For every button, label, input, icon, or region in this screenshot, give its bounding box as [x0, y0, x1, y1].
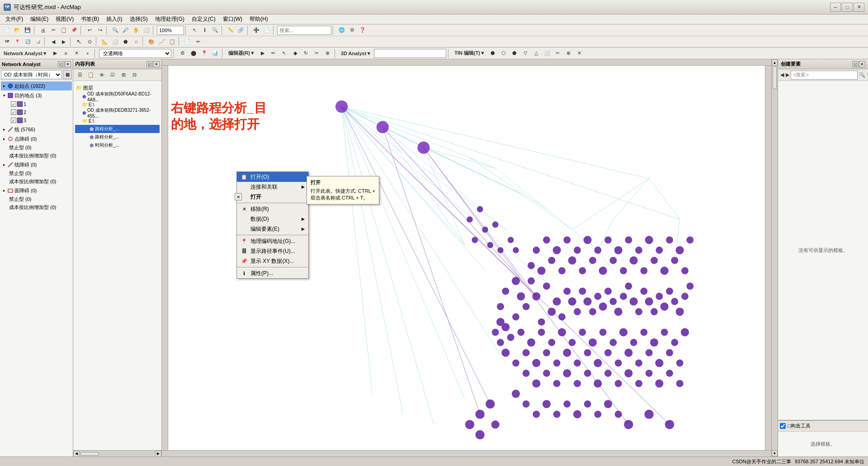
- menu-insert[interactable]: 插入(I): [103, 14, 126, 24]
- tb2-back-button[interactable]: ◀: [48, 37, 58, 47]
- editor-vertex-button[interactable]: ◆: [290, 48, 300, 58]
- ct-selection-btn[interactable]: ☑: [108, 70, 118, 80]
- tb2-poly-button[interactable]: ⬟: [121, 37, 131, 47]
- polb-forbidden[interactable]: 禁止型 (0): [1, 195, 72, 203]
- menu-select[interactable]: 选择(S): [126, 14, 151, 24]
- tree-item-destinations[interactable]: ▾ 目的地点 (3): [1, 91, 72, 100]
- dest-item-3[interactable]: 3: [1, 116, 72, 124]
- na-solve-button[interactable]: ▶: [50, 48, 60, 58]
- tb-undo-button[interactable]: ↩: [85, 25, 94, 35]
- pb-forbidden[interactable]: 禁止型 (0): [1, 143, 72, 152]
- tb2-select2-button[interactable]: ⬜: [110, 37, 120, 47]
- ctx-connect-item[interactable]: 连接和关联 ▶: [237, 182, 308, 192]
- editor-split-button[interactable]: ✂: [312, 48, 322, 58]
- na-impedance-button[interactable]: ⚙: [178, 48, 188, 58]
- tb2-report-button[interactable]: 📄: [183, 37, 193, 47]
- menu-bookmarks[interactable]: 书签(B): [77, 14, 103, 24]
- rp-search-input[interactable]: [791, 71, 858, 80]
- rp-search-btn[interactable]: 🔍: [859, 70, 866, 80]
- tb-copy-button[interactable]: 📋: [59, 25, 69, 35]
- ctx-remove-item[interactable]: ✕ 移除(R): [237, 204, 308, 214]
- ctx-data-item[interactable]: 数据(D) ▶: [237, 214, 308, 224]
- tb-settings-button[interactable]: ⚙: [347, 25, 357, 35]
- scroll-thumb[interactable]: [80, 452, 99, 456]
- rp-float-btn[interactable]: ◱: [852, 61, 859, 67]
- tin-btn1[interactable]: ⬢: [488, 48, 498, 58]
- dest-item-2[interactable]: 2: [1, 108, 72, 116]
- close-tooltip-btn[interactable]: ✕: [235, 193, 242, 200]
- na-closest-button[interactable]: 📍: [199, 48, 209, 58]
- tin-input[interactable]: [374, 49, 446, 58]
- tree-item-origins[interactable]: ▸ 起始点 (1922): [1, 81, 72, 90]
- tree-item-poly-barriers[interactable]: ▸ 面障碍 (0): [1, 186, 72, 195]
- dest2-checkbox[interactable]: [11, 109, 16, 115]
- na-mode-select[interactable]: OD 成本矩阵（时间）: [1, 70, 62, 79]
- tb-find-button[interactable]: 🔍: [210, 25, 220, 35]
- tb-help2-button[interactable]: ❓: [358, 25, 368, 35]
- tb2-arrow-button[interactable]: ↖: [74, 37, 84, 47]
- close-button[interactable]: ✕: [854, 3, 864, 12]
- menu-view[interactable]: 视图(V): [52, 14, 77, 24]
- na-add-button[interactable]: +: [83, 48, 93, 58]
- tb-zoom-full-button[interactable]: ⬜: [142, 25, 151, 35]
- tb2-sketch-button[interactable]: ✏: [193, 37, 203, 47]
- na-clear-button[interactable]: ✕: [72, 48, 82, 58]
- tb-add-data-button[interactable]: ➕: [251, 25, 261, 35]
- tb-zoom-in-button[interactable]: 🔍: [110, 25, 120, 35]
- tb-paste-button[interactable]: 📌: [69, 25, 79, 35]
- editor-pencil-button[interactable]: ✏: [269, 48, 278, 58]
- v-scroll-down-btn[interactable]: ▼: [772, 450, 778, 456]
- v-scroll-up-btn[interactable]: ▲: [772, 59, 778, 66]
- ct-source-btn[interactable]: 📋: [86, 70, 96, 80]
- tb2-forward-button[interactable]: ▶: [59, 37, 69, 47]
- lb-scaled[interactable]: 成本按比例增加型 (0): [1, 177, 72, 185]
- tb-redo-button[interactable]: ↪: [95, 25, 105, 35]
- tb-open-button[interactable]: 📂: [12, 25, 22, 35]
- scroll-right-btn[interactable]: ▶: [155, 451, 161, 457]
- na-service-area-button[interactable]: ⬤: [189, 48, 198, 58]
- tin-btn5[interactable]: △: [531, 48, 541, 58]
- rp-build-tools-checkbox[interactable]: [780, 423, 786, 429]
- ct-route1[interactable]: ⬟ 路程分析_...: [75, 125, 160, 133]
- tb2-btn2[interactable]: 📍: [12, 37, 22, 47]
- lb-forbidden[interactable]: 禁止型 (0): [1, 169, 72, 177]
- tb-hyperlink-button[interactable]: 🔗: [236, 25, 246, 35]
- editor-play-button[interactable]: ▶: [258, 48, 268, 58]
- tb2-lasso-button[interactable]: ○: [131, 37, 141, 47]
- tin-btn9[interactable]: ✕: [575, 48, 585, 58]
- content-panel-header[interactable]: 内容列表 ◱ ✕: [73, 59, 161, 69]
- ctx-geocode-item[interactable]: 📍 地理编码地址(G)...: [237, 236, 308, 246]
- polb-toggle[interactable]: ▸: [2, 188, 6, 193]
- polb-scaled[interactable]: 成本按比例增加型 (0): [1, 203, 72, 211]
- tb-print-button[interactable]: 🖨: [38, 25, 48, 35]
- tb2-btn4[interactable]: 📊: [33, 37, 43, 47]
- tb2-table-button[interactable]: 📋: [167, 37, 177, 47]
- menu-geoprocessing[interactable]: 地理处理(G): [151, 14, 188, 24]
- minimize-button[interactable]: ─: [830, 3, 841, 12]
- rp-back-btn[interactable]: ◀: [780, 70, 784, 80]
- ct-collapse-btn[interactable]: ⊟: [129, 70, 139, 80]
- tb-layout-button[interactable]: 📄: [262, 25, 272, 35]
- na-panel-header[interactable]: Network Analyst ◱ ✕: [0, 59, 73, 69]
- tree-item-line-barriers[interactable]: ▸ 线障碍 (0): [1, 160, 72, 169]
- content-h-scrollbar[interactable]: ◀ ▶: [73, 450, 161, 456]
- ct-route2[interactable]: ⬟ 路程分析_...: [75, 133, 160, 141]
- na-network-dropdown[interactable]: 交通网络: [99, 49, 171, 58]
- ct-od1[interactable]: ⬟ OD 成本矩阵(D50F6AA2-BD12-4A8...: [75, 92, 160, 100]
- create-elements-header[interactable]: 创建要素 ◱ ✕: [778, 59, 868, 69]
- tb-new-button[interactable]: 📄: [2, 25, 12, 35]
- tb-select-button[interactable]: ↖: [189, 25, 199, 35]
- editor-rotate-button[interactable]: ↻: [301, 48, 311, 58]
- tin-btn2[interactable]: ⬡: [499, 48, 509, 58]
- tb-pan-button[interactable]: ✋: [131, 25, 141, 35]
- ctx-open-item[interactable]: 📋 打开(O): [237, 172, 308, 182]
- ctx-properties-item[interactable]: ℹ 属性(P)...: [237, 268, 308, 278]
- tb-measure-button[interactable]: 📏: [226, 25, 236, 35]
- ct-od2[interactable]: ⬟ OD 成本矩阵(DEDB3271-3652-455...: [75, 109, 160, 117]
- menu-help[interactable]: 帮助(H): [246, 14, 272, 24]
- content-panel-close-btn[interactable]: ✕: [153, 61, 160, 67]
- origins-toggle[interactable]: ▸: [2, 84, 6, 88]
- tb2-circle-button[interactable]: ⊙: [85, 37, 94, 47]
- menu-edit[interactable]: 编辑(E): [27, 14, 52, 24]
- destinations-toggle[interactable]: ▾: [2, 93, 6, 98]
